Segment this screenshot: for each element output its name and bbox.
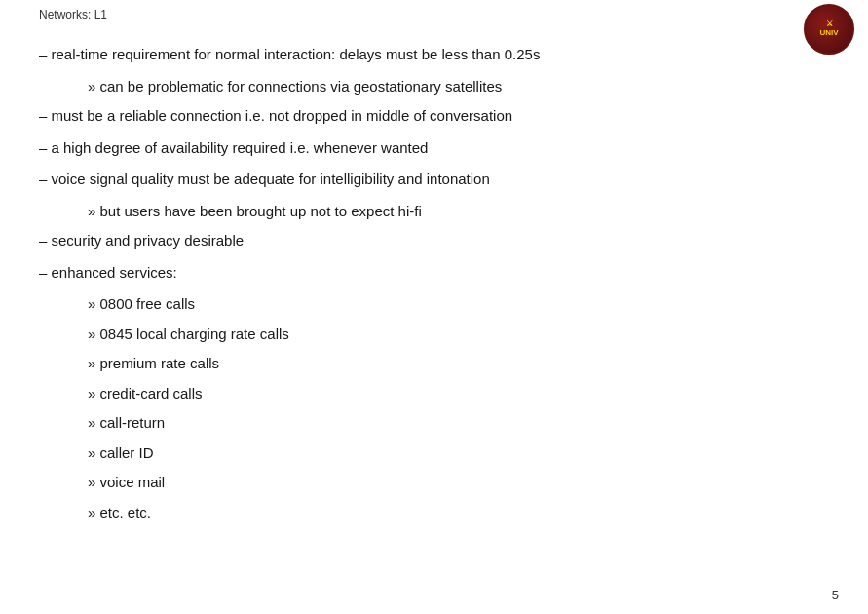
- main-bullet: – a high degree of availability required…: [39, 137, 800, 160]
- main-bullet: – must be a reliable connection i.e. not…: [39, 105, 800, 128]
- main-bullet: – voice signal quality must be adequate …: [39, 169, 800, 191]
- sub-bullet: » voice mail: [88, 472, 800, 494]
- sub-bullet: » etc. etc.: [88, 502, 800, 524]
- sub-bullet: » credit-card calls: [88, 383, 800, 405]
- sub-bullet: » caller ID: [88, 442, 800, 465]
- main-bullet: – enhanced services:: [39, 262, 800, 285]
- sub-bullet: » can be problematic for connections via…: [88, 76, 800, 98]
- sub-bullet: » but users have been brought up not to …: [88, 201, 800, 223]
- sub-bullet: » 0845 local charging rate calls: [88, 324, 800, 346]
- sub-bullet: » premium rate calls: [88, 353, 800, 375]
- page-number: 5: [832, 588, 839, 602]
- sub-bullet: » 0800 free calls: [88, 293, 800, 316]
- slide-content: – real-time requirement for normal inter…: [39, 44, 800, 531]
- main-bullet: – security and privacy desirable: [39, 230, 800, 252]
- main-bullet: – real-time requirement for normal inter…: [39, 44, 800, 66]
- header-label: Networks: L1: [39, 8, 107, 21]
- logo-symbol: ⚔UNIV: [819, 20, 838, 38]
- sub-bullet: » call-return: [88, 412, 800, 435]
- university-logo: ⚔UNIV: [804, 4, 858, 58]
- logo-circle: ⚔UNIV: [804, 4, 854, 55]
- slide-header: Networks: L1: [39, 8, 107, 21]
